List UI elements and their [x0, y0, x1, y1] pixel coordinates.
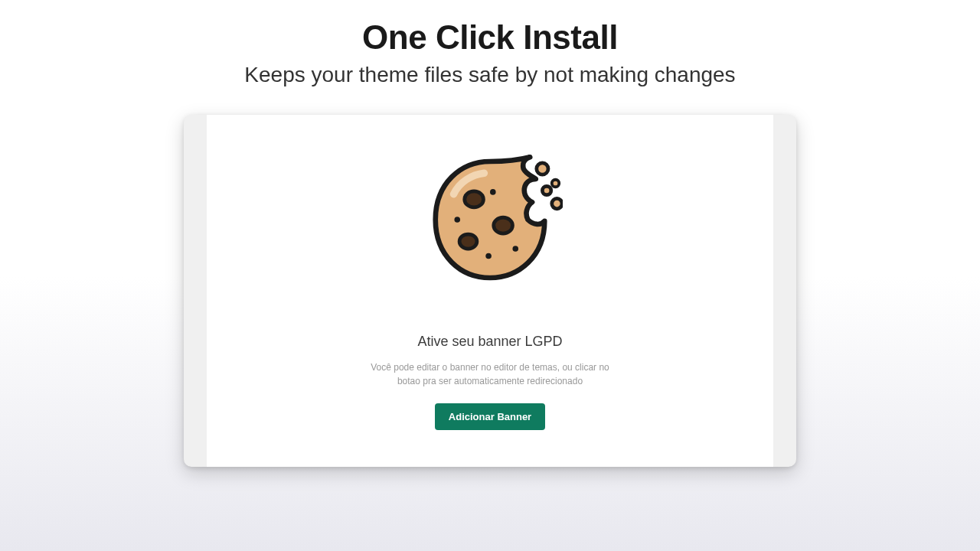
svg-point-4 — [454, 217, 460, 223]
svg-point-8 — [552, 180, 560, 187]
svg-point-6 — [512, 246, 518, 252]
svg-point-3 — [490, 189, 496, 195]
svg-point-9 — [542, 186, 550, 194]
install-card: Ative seu banner LGPD Você pode editar o… — [184, 115, 796, 467]
card-heading: Ative seu banner LGPD — [417, 334, 562, 350]
card-description: Você pode editar o banner no editor de t… — [360, 360, 620, 388]
add-banner-button[interactable]: Adicionar Banner — [435, 403, 545, 430]
svg-point-5 — [485, 253, 492, 259]
card-inner: Ative seu banner LGPD Você pode editar o… — [207, 115, 773, 467]
svg-point-7 — [537, 163, 548, 174]
svg-point-1 — [494, 217, 513, 233]
page-title: One Click Install — [362, 18, 618, 57]
svg-point-2 — [459, 234, 477, 249]
svg-point-10 — [552, 198, 562, 208]
cookie-icon — [417, 147, 563, 292]
svg-point-0 — [465, 191, 484, 207]
page-subtitle: Keeps your theme files safe by not makin… — [244, 63, 735, 87]
